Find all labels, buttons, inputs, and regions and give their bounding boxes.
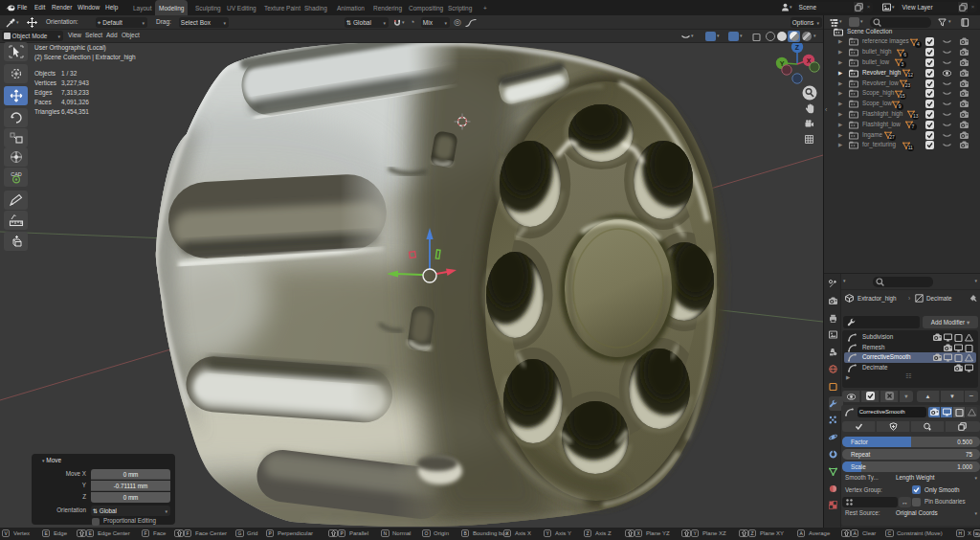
- svg-text:Z: Z: [795, 44, 800, 51]
- svg-text:X: X: [807, 57, 812, 64]
